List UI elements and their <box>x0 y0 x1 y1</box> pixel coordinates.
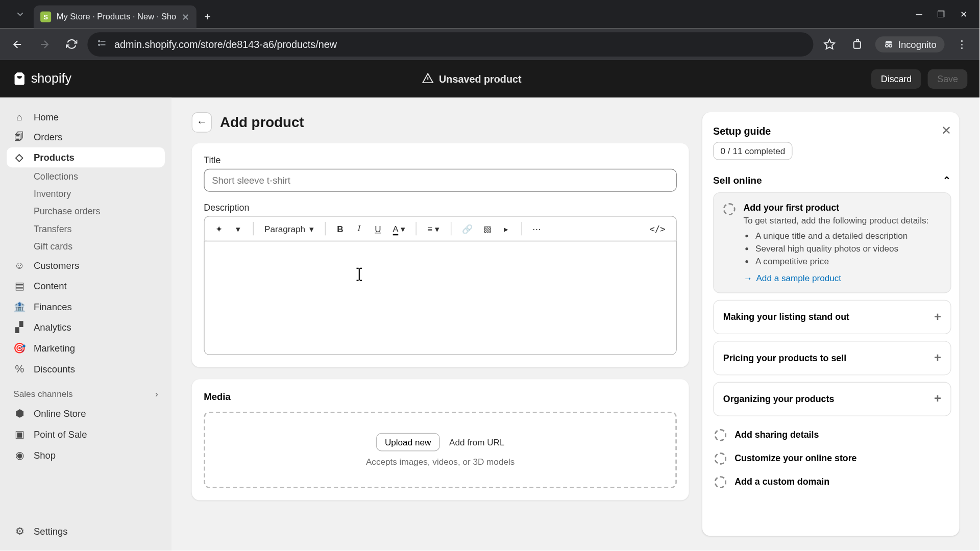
text-color-button[interactable]: A ▾ <box>388 221 409 236</box>
title-input[interactable] <box>204 169 677 192</box>
task-circle-icon[interactable] <box>723 203 736 215</box>
guide-pricing[interactable]: Pricing your products to sell+ <box>713 341 951 375</box>
sidebar-sub-purchase-orders[interactable]: Purchase orders <box>7 203 165 220</box>
unsaved-banner: Unsaved product <box>422 72 522 85</box>
brand-text: shopify <box>31 71 71 86</box>
sidebar-item-orders[interactable]: 🗐Orders <box>7 127 165 146</box>
guide-organizing[interactable]: Organizing your products+ <box>713 382 951 416</box>
sidebar-channel-shop[interactable]: ◉Shop <box>7 445 165 466</box>
italic-button[interactable]: I <box>351 220 368 237</box>
incognito-badge[interactable]: Incognito <box>875 36 945 53</box>
guide-custom-domain[interactable]: Add a custom domain <box>713 470 951 493</box>
sidebar-sub-transfers[interactable]: Transfers <box>7 220 165 237</box>
media-drop-zone[interactable]: Upload new Add from URL Accepts images, … <box>204 412 677 488</box>
sidebar-item-label: Products <box>34 152 75 163</box>
sidebar-item-analytics[interactable]: ▞Analytics <box>7 317 165 338</box>
image-button[interactable]: ▧ <box>479 221 496 236</box>
collapsed-label: Organizing your products <box>723 394 834 404</box>
sidebar-item-label: Home <box>34 111 59 122</box>
title-label: Title <box>204 155 677 165</box>
bold-button[interactable]: B <box>332 221 349 236</box>
more-button[interactable]: ⋯ <box>528 221 545 236</box>
add-sample-product-link[interactable]: → Add a sample product <box>743 273 941 283</box>
reload-button[interactable] <box>61 33 82 55</box>
link-button[interactable]: 🔗 <box>458 221 477 236</box>
guide-listing-stand-out[interactable]: Making your listing stand out+ <box>713 300 951 334</box>
paragraph-select[interactable]: Paragraph▾ <box>260 221 318 236</box>
close-window-icon[interactable]: ✕ <box>960 9 967 19</box>
tab-search-icon[interactable] <box>7 0 34 28</box>
ai-sparkle-icon[interactable]: ✦ <box>211 221 228 236</box>
bookmark-icon[interactable] <box>819 33 840 55</box>
back-button[interactable] <box>7 33 28 55</box>
sidebar-item-label: Settings <box>34 526 68 537</box>
sidebar-item-discounts[interactable]: %Discounts <box>7 359 165 379</box>
shopify-logo[interactable]: shopify <box>12 71 71 86</box>
back-arrow-button[interactable]: ← <box>192 112 212 133</box>
guide-customize-store[interactable]: Customize your online store <box>713 446 951 470</box>
url-input[interactable]: admin.shopify.com/store/de8143-a6/produc… <box>87 32 813 56</box>
video-button[interactable]: ▸ <box>498 221 514 236</box>
source-code-button[interactable]: </> <box>646 221 670 236</box>
task-circle-icon[interactable] <box>715 453 727 465</box>
product-info-card: Title Description ✦ ▾ Paragraph▾ B <box>192 143 689 367</box>
setup-progress-badge: 0 / 11 completed <box>713 142 793 160</box>
site-settings-icon[interactable] <box>97 38 108 51</box>
browser-tab[interactable]: S My Store · Products · New · Sho ✕ <box>34 6 197 29</box>
sidebar-item-label: Finances <box>34 301 72 312</box>
chevron-up-icon: ⌃ <box>943 175 951 186</box>
sidebar: ⌂Home 🗐Orders ◇Products Collections Inve… <box>0 97 172 550</box>
sidebar-sub-inventory[interactable]: Inventory <box>7 186 165 203</box>
sidebar-item-label: Online Store <box>34 408 86 419</box>
page-title: Add product <box>220 114 304 131</box>
extensions-icon[interactable] <box>847 33 869 55</box>
forward-button[interactable] <box>34 33 55 55</box>
task-circle-icon[interactable] <box>715 429 727 441</box>
close-guide-icon[interactable]: ✕ <box>941 123 951 138</box>
sidebar-channel-online-store[interactable]: ⬢Online Store <box>7 404 165 424</box>
ai-dropdown-icon[interactable]: ▾ <box>230 221 247 236</box>
guide-sharing-details[interactable]: Add sharing details <box>713 423 951 446</box>
rte-toolbar: ✦ ▾ Paragraph▾ B I U A ▾ ≡ ▾ <box>204 216 677 241</box>
add-from-url-button[interactable]: Add from URL <box>449 433 505 452</box>
align-button[interactable]: ≡ ▾ <box>423 221 444 236</box>
sidebar-item-finances[interactable]: 🏦Finances <box>7 296 165 317</box>
upload-new-button[interactable]: Upload new <box>376 433 440 452</box>
sidebar-item-marketing[interactable]: 🎯Marketing <box>7 338 165 359</box>
sidebar-channel-pos[interactable]: ▣Point of Sale <box>7 424 165 445</box>
sidebar-item-label: Point of Sale <box>34 429 87 440</box>
svg-point-0 <box>99 41 100 42</box>
guide-bullet: A competitive price <box>755 256 941 266</box>
address-bar: admin.shopify.com/store/de8143-a6/produc… <box>0 28 979 60</box>
underline-button[interactable]: U <box>370 221 386 236</box>
sidebar-item-products[interactable]: ◇Products <box>7 147 165 168</box>
orders-icon: 🗐 <box>13 131 26 142</box>
sales-channels-header[interactable]: Sales channels › <box>7 379 165 403</box>
shop-icon: ◉ <box>13 449 26 461</box>
sidebar-item-customers[interactable]: ☺Customers <box>7 256 165 275</box>
sidebar-sub-collections[interactable]: Collections <box>7 168 165 185</box>
chevron-right-icon: › <box>155 389 158 399</box>
sidebar-item-settings[interactable]: ⚙Settings <box>7 521 165 541</box>
task-circle-icon[interactable] <box>715 476 727 488</box>
guide-first-product[interactable]: Add your first product To get started, a… <box>713 192 951 293</box>
section-label: Sell online <box>713 175 762 186</box>
sidebar-item-label: Shop <box>34 450 56 461</box>
sidebar-item-label: Marketing <box>34 343 75 354</box>
browser-menu-icon[interactable]: ⋮ <box>951 33 973 55</box>
guide-bullets: A unique title and a detailed descriptio… <box>743 231 941 266</box>
description-editor[interactable] <box>204 241 677 355</box>
sell-online-section[interactable]: Sell online ⌃ <box>713 175 951 186</box>
close-tab-icon[interactable]: ✕ <box>182 11 190 22</box>
task-label: Customize your online store <box>734 453 856 463</box>
maximize-icon[interactable]: ❐ <box>937 9 945 19</box>
sidebar-sub-gift-cards[interactable]: Gift cards <box>7 238 165 255</box>
sidebar-item-home[interactable]: ⌂Home <box>7 107 165 127</box>
plus-icon: + <box>934 392 941 406</box>
sidebar-item-content[interactable]: ▤Content <box>7 276 165 296</box>
discard-button[interactable]: Discard <box>871 69 921 88</box>
new-tab-button[interactable]: + <box>197 6 219 29</box>
minimize-icon[interactable]: ─ <box>916 9 922 19</box>
products-icon: ◇ <box>13 152 26 164</box>
media-title: Media <box>204 391 677 402</box>
